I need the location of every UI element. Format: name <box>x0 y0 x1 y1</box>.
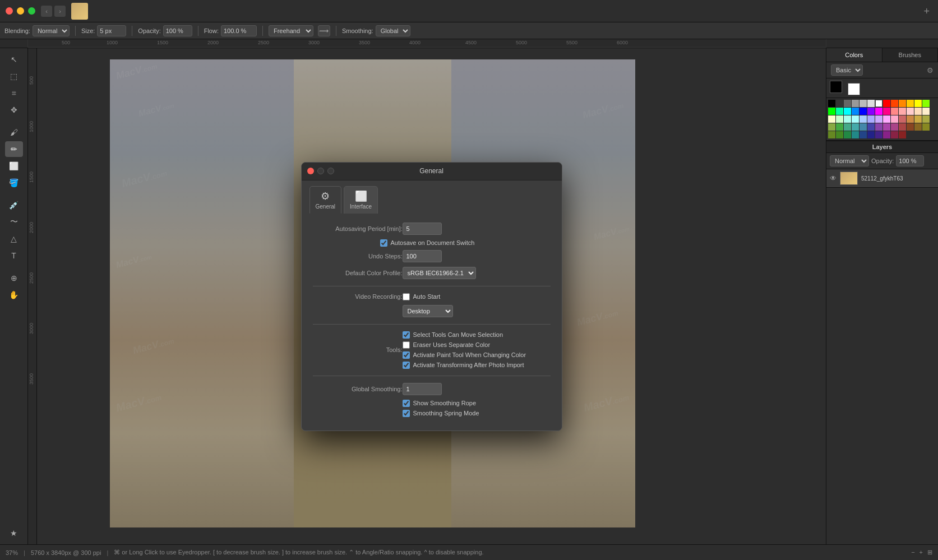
color-swatch[interactable] <box>922 100 930 107</box>
move-tool[interactable]: ↖ <box>5 52 23 67</box>
color-swatch[interactable] <box>899 131 906 138</box>
color-swatch[interactable] <box>883 100 890 107</box>
modal-minimize-button[interactable] <box>317 168 324 174</box>
color-swatch[interactable] <box>867 123 875 131</box>
fill-tool[interactable]: 🪣 <box>5 175 23 191</box>
color-swatch[interactable] <box>899 123 906 131</box>
canvas-area[interactable]: MacV.com MacV.com MacV.com MacV.com MacV… <box>37 48 826 544</box>
color-swatch[interactable] <box>891 123 898 131</box>
tab-colors[interactable]: Colors <box>826 48 882 62</box>
color-swatch[interactable] <box>875 108 882 115</box>
layers-blend-select[interactable]: Normal <box>830 155 869 166</box>
flow-input[interactable] <box>221 25 257 36</box>
color-swatch[interactable] <box>844 108 851 115</box>
color-swatch[interactable] <box>891 108 898 115</box>
color-swatch[interactable] <box>899 108 906 115</box>
undo-steps-input[interactable] <box>403 250 442 262</box>
color-swatch[interactable] <box>828 100 835 107</box>
smudge-tool[interactable]: 〜 <box>5 214 23 230</box>
color-swatch[interactable] <box>899 115 906 123</box>
activate-transform-checkbox[interactable] <box>403 362 410 369</box>
color-swatch[interactable] <box>907 108 914 115</box>
tab-brushes[interactable]: Brushes <box>882 48 939 62</box>
color-swatch[interactable] <box>907 123 914 131</box>
color-swatch[interactable] <box>891 131 898 138</box>
blending-select[interactable]: Normal <box>33 25 70 36</box>
color-swatch[interactable] <box>914 108 922 115</box>
color-swatch[interactable] <box>844 115 851 123</box>
color-swatch[interactable] <box>899 100 906 107</box>
color-swatch[interactable] <box>860 100 867 107</box>
selection-tool[interactable]: ⬚ <box>5 68 23 84</box>
paint-tool[interactable]: 🖌 <box>5 124 23 140</box>
select-tools-checkbox[interactable] <box>403 331 410 339</box>
nav-forward-button[interactable]: › <box>54 6 66 17</box>
nav-back-button[interactable]: ‹ <box>41 6 52 17</box>
layer-visibility-icon[interactable]: 👁 <box>830 174 837 182</box>
transform-tool[interactable]: ✥ <box>5 102 23 118</box>
color-swatch[interactable] <box>852 131 859 138</box>
minimize-button[interactable] <box>17 7 24 15</box>
color-swatch[interactable] <box>875 123 882 131</box>
color-swatch[interactable] <box>883 131 890 138</box>
layers-opacity-input[interactable] <box>896 155 924 166</box>
zoom-in-icon[interactable]: + <box>919 549 923 556</box>
color-swatch[interactable] <box>867 131 875 138</box>
color-swatch[interactable] <box>836 100 843 107</box>
video-option-select[interactable]: Desktop <box>403 305 453 317</box>
color-swatch[interactable] <box>867 100 875 107</box>
modal-maximize-button[interactable] <box>327 168 334 174</box>
color-profile-select[interactable]: sRGB IEC61966-2.1 <box>403 267 476 279</box>
eyedropper-tool[interactable]: 💉 <box>5 197 23 213</box>
color-swatch[interactable] <box>891 100 898 107</box>
color-preset-select[interactable]: Basic <box>831 64 863 76</box>
color-swatch[interactable] <box>844 123 851 131</box>
color-swatch[interactable] <box>828 115 835 123</box>
color-swatch[interactable] <box>860 131 867 138</box>
color-swatch[interactable] <box>836 131 843 138</box>
auto-start-checkbox[interactable] <box>403 293 410 300</box>
color-swatch[interactable] <box>828 108 835 115</box>
color-swatch[interactable] <box>891 115 898 123</box>
color-swatch[interactable] <box>907 115 914 123</box>
color-swatch[interactable] <box>828 131 835 138</box>
zoom-out-icon[interactable]: − <box>911 549 914 556</box>
color-swatch[interactable] <box>914 123 922 131</box>
color-swatch[interactable] <box>844 100 851 107</box>
color-swatch[interactable] <box>922 123 930 131</box>
color-swatch[interactable] <box>914 100 922 107</box>
color-swatch[interactable] <box>852 100 859 107</box>
color-swatch[interactable] <box>860 123 867 131</box>
color-swatch[interactable] <box>907 100 914 107</box>
close-button[interactable] <box>6 7 13 15</box>
hand-tool[interactable]: ✋ <box>5 287 23 303</box>
star-tool[interactable]: ★ <box>5 525 23 541</box>
color-swatch[interactable] <box>836 123 843 131</box>
smoothing-select[interactable]: Global <box>376 25 410 36</box>
grid-icon[interactable]: ⊞ <box>927 549 932 556</box>
color-swatch[interactable] <box>875 131 882 138</box>
text-tool[interactable]: T <box>5 248 23 263</box>
color-swatch[interactable] <box>836 115 843 123</box>
tab-general[interactable]: ⚙ General <box>309 186 342 214</box>
brush-tool[interactable]: ✏ <box>5 141 23 157</box>
color-swatch[interactable] <box>883 123 890 131</box>
color-swatch[interactable] <box>852 123 859 131</box>
color-swatch[interactable] <box>875 115 882 123</box>
smoothing-spring-checkbox[interactable] <box>403 410 410 417</box>
color-swatch[interactable] <box>844 131 851 138</box>
color-swatch[interactable] <box>875 100 882 107</box>
eraser-tool[interactable]: ⬜ <box>5 158 23 174</box>
color-swatch[interactable] <box>867 108 875 115</box>
freehand-select[interactable]: Freehand <box>269 25 313 36</box>
modal-close-button[interactable] <box>307 168 314 174</box>
tab-interface[interactable]: ⬜ Interface <box>344 186 378 214</box>
opacity-input[interactable] <box>163 25 192 36</box>
shape-tool[interactable]: △ <box>5 231 23 247</box>
show-smoothing-rope-checkbox[interactable] <box>403 400 410 407</box>
activate-paint-checkbox[interactable] <box>403 351 410 359</box>
autosave-switch-checkbox[interactable] <box>380 239 387 247</box>
crop-tool[interactable]: ⌗ <box>5 85 23 101</box>
color-swatch[interactable] <box>867 115 875 123</box>
color-swatch[interactable] <box>852 108 859 115</box>
